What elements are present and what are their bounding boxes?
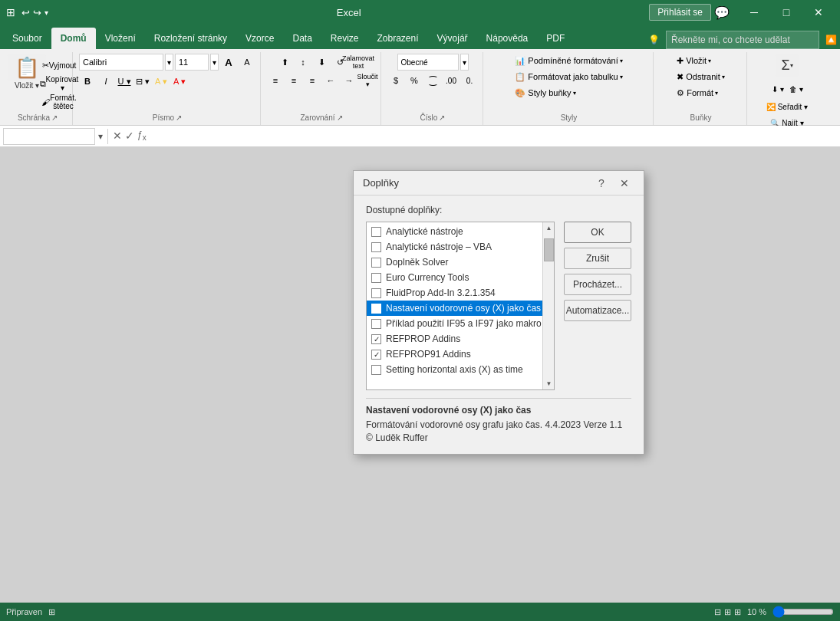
tab-rozlozeni[interactable]: Rozložení stránky (145, 28, 236, 49)
tab-data[interactable]: Data (283, 28, 321, 49)
addin-checkbox-refprop91[interactable]: ✓ (371, 350, 381, 360)
increase-decimal-button[interactable]: 0. (461, 72, 478, 89)
format-cells-button[interactable]: ⚙ Formát ▾ (671, 86, 723, 100)
addin-checkbox-refprop-addins[interactable]: ✓ (371, 334, 381, 344)
tab-vlozeni[interactable]: Vložení (96, 28, 145, 49)
addin-item-fluidprop[interactable]: FluidProp Add-In 3.2.1.354 (367, 285, 554, 301)
tab-vyvojar[interactable]: Vývojář (428, 28, 477, 49)
align-right-button[interactable]: ≡ (304, 72, 321, 89)
cell-styles-button[interactable]: 🎨 Styly buňky ▾ (509, 86, 581, 100)
cell-reference-box[interactable] (3, 128, 95, 145)
scroll-up-arrow[interactable]: ▲ (543, 222, 555, 234)
align-bottom-button[interactable]: ⬇ (313, 54, 330, 71)
addin-item-solver[interactable]: Doplněk Solver (367, 255, 554, 270)
font-name-dropdown[interactable]: ▾ (165, 54, 173, 71)
addin-item-analytic-tools-vba[interactable]: Analytické nástroje – VBA (367, 239, 554, 255)
ribbon-collapse-icon[interactable]: 🔼 (825, 34, 837, 45)
cut-button[interactable]: ✂ Vyjmout (51, 57, 68, 74)
autosum-button[interactable]: Σ ▾ (776, 54, 798, 77)
tab-napoveda[interactable]: Nápověda (477, 28, 538, 49)
underline-button[interactable]: U ▾ (116, 73, 133, 90)
fill-color-button[interactable]: A ▾ (153, 73, 170, 90)
align-center-button[interactable]: ≡ (285, 72, 302, 89)
number-format-input[interactable] (397, 54, 459, 71)
conditional-format-button[interactable]: 📊 Podmíněné formátování ▾ (509, 54, 628, 68)
addin-item-euro-currency[interactable]: Euro Currency Tools (367, 270, 554, 285)
increase-indent-button[interactable]: → (341, 72, 357, 89)
dialog-close-button[interactable]: ✕ (614, 173, 634, 193)
tab-zobrazeni[interactable]: Zobrazení (368, 28, 428, 49)
font-group-expand-icon[interactable]: ↗ (176, 113, 182, 122)
addin-checkbox-set-horiz-axis[interactable] (371, 304, 381, 314)
tab-pdf[interactable]: PDF (537, 28, 574, 49)
align-group-expand-icon[interactable]: ↗ (337, 113, 343, 122)
tab-soubor[interactable]: Soubor (3, 28, 51, 49)
font-color-button[interactable]: A ▾ (171, 73, 188, 90)
cancel-button[interactable]: Zrušit (564, 248, 631, 269)
addin-item-refprop-addins[interactable]: ✓REFPROP Addins (367, 331, 554, 347)
formula-input[interactable] (150, 128, 837, 145)
percent-button[interactable]: % (406, 72, 423, 89)
addin-checkbox-example-if95[interactable] (371, 319, 381, 329)
align-middle-button[interactable]: ↕ (295, 54, 311, 71)
automate-button[interactable]: Automatizace... (564, 300, 631, 321)
addin-checkbox-fluidprop[interactable] (371, 288, 381, 298)
scrollbar-thumb[interactable] (544, 238, 554, 261)
wrap-text-button[interactable]: Zalamovat text (350, 54, 367, 71)
borders-button[interactable]: ⊟ ▾ (134, 73, 151, 90)
format-painter-button[interactable]: 🖌 Formát. štětec (51, 94, 68, 110)
dialog-help-button[interactable]: ? (591, 173, 611, 193)
addin-item-setting-horiz[interactable]: Setting horizontal axis (X) as time (367, 362, 554, 377)
ok-button[interactable]: OK (564, 222, 631, 243)
format-as-table-button[interactable]: 📋 Formátovat jako tabulku ▾ (509, 70, 628, 84)
close-button[interactable]: ✕ (803, 0, 834, 25)
addin-item-analytic-tools[interactable]: Analytické nástroje (367, 224, 554, 239)
tab-domu[interactable]: Domů (51, 28, 96, 49)
number-group-expand-icon[interactable]: ↗ (439, 113, 445, 122)
clear-button[interactable]: 🗑 ▾ (788, 80, 805, 97)
addin-checkbox-euro-currency[interactable] (371, 273, 381, 283)
addins-list-container[interactable]: Analytické nástrojeAnalytické nástroje –… (366, 222, 555, 390)
addin-checkbox-setting-horiz[interactable] (371, 365, 381, 375)
redo-icon[interactable]: ↪ (33, 7, 41, 18)
increase-font-button[interactable]: A (220, 54, 237, 71)
thousands-button[interactable]: ⁐ (424, 72, 441, 89)
decrease-font-button[interactable]: A (239, 54, 255, 71)
align-top-button[interactable]: ⬆ (276, 54, 293, 71)
addin-item-example-if95[interactable]: Příklad použití IF95 a IF97 jako makro (367, 316, 554, 331)
addin-checkbox-analytic-tools[interactable] (371, 227, 381, 237)
browse-button[interactable]: Procházet... (564, 274, 631, 295)
help-search-box[interactable]: Řekněte mi, co chcete udělat (666, 31, 819, 49)
addin-item-set-horiz-axis[interactable]: Nastavení vodorovné osy (X) jako čas (367, 301, 554, 316)
maximize-button[interactable]: □ (771, 0, 802, 25)
autosum-dropdown[interactable]: ▾ (790, 62, 793, 69)
italic-button[interactable]: I (97, 73, 114, 90)
signin-button[interactable]: Přihlásit se (649, 4, 711, 21)
cancel-formula-icon[interactable]: ✕ (113, 130, 122, 142)
currency-button[interactable]: $ (387, 72, 404, 89)
copy-button[interactable]: ⧉ Kopírovat ▾ (51, 75, 68, 92)
undo-icon[interactable]: ↩ (21, 7, 30, 18)
minimize-button[interactable]: ─ (739, 0, 769, 25)
decrease-indent-button[interactable]: ← (322, 72, 339, 89)
sort-filter-button[interactable]: 🔀 Seřadit ▾ (761, 100, 813, 113)
decrease-decimal-button[interactable]: .00 (443, 72, 460, 89)
group-expand-icon[interactable]: ↗ (51, 113, 58, 122)
addin-checkbox-solver[interactable] (371, 258, 381, 268)
expand-formula-icon[interactable]: ▾ (98, 131, 103, 142)
align-left-button[interactable]: ≡ (267, 72, 284, 89)
font-name-input[interactable] (79, 54, 163, 71)
delete-cells-button[interactable]: ✖ Odstranit ▾ (671, 70, 730, 84)
fill-button[interactable]: ⬇ ▾ (769, 80, 786, 97)
insert-function-icon[interactable]: ƒx (137, 130, 147, 142)
scroll-down-arrow[interactable]: ▼ (543, 378, 555, 389)
confirm-formula-icon[interactable]: ✓ (125, 130, 134, 142)
paste-button[interactable]: 📋 (8, 54, 46, 81)
font-size-dropdown[interactable]: ▾ (210, 54, 219, 71)
help-icon[interactable]: 💬 (714, 5, 730, 20)
bold-button[interactable]: B (79, 73, 96, 90)
scrollbar-track[interactable]: ▲ ▼ (542, 222, 554, 389)
merge-cells-button[interactable]: Sloučit ▾ (359, 72, 376, 89)
number-format-dropdown[interactable]: ▾ (460, 54, 469, 71)
tab-revize[interactable]: Revize (321, 28, 368, 49)
